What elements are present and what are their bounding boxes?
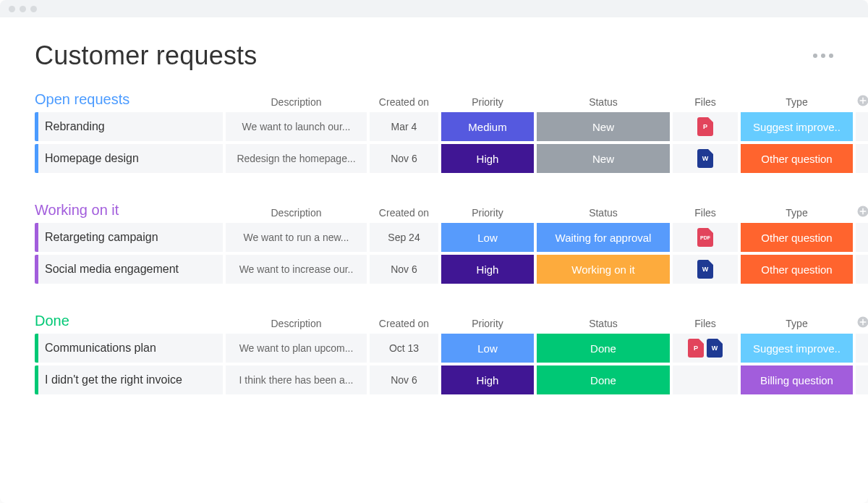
row-end-cell: [856, 223, 868, 252]
created-on-cell[interactable]: Nov 6: [370, 144, 438, 173]
plus-icon: [856, 205, 868, 218]
item-name-cell[interactable]: Retargeting campaign: [35, 223, 223, 252]
traffic-light-dot: [30, 6, 37, 12]
board-content: Customer requests Open requestsDescripti…: [0, 17, 868, 441]
app-window: Customer requests Open requestsDescripti…: [0, 0, 868, 503]
window-titlebar: [0, 0, 868, 17]
pdf-file-icon[interactable]: PDF: [697, 228, 713, 247]
files-cell[interactable]: PW: [673, 334, 738, 363]
traffic-light-dot: [9, 6, 15, 12]
group: DoneDescriptionCreated onPriorityStatusF…: [35, 313, 833, 394]
description-cell[interactable]: I think there has been a...: [226, 365, 367, 394]
group-title[interactable]: Done: [35, 313, 223, 329]
row-end-cell: [856, 334, 868, 363]
description-cell[interactable]: We want to launch our...: [226, 112, 367, 141]
plus-icon: [856, 316, 868, 329]
created-on-cell[interactable]: Sep 24: [370, 223, 438, 252]
column-header-status[interactable]: Status: [537, 96, 670, 108]
group: Open requestsDescriptionCreated onPriori…: [35, 91, 833, 173]
group-title[interactable]: Working on it: [35, 202, 223, 219]
priority-cell[interactable]: High: [441, 365, 534, 394]
column-header-status[interactable]: Status: [537, 318, 670, 329]
files-cell[interactable]: P: [673, 112, 738, 141]
created-on-cell[interactable]: Nov 6: [370, 255, 438, 284]
item-name-cell[interactable]: Rebranding: [35, 112, 223, 141]
status-cell[interactable]: Done: [537, 334, 670, 363]
table-row[interactable]: Social media engagementWe want to increa…: [35, 255, 833, 284]
column-header-type[interactable]: Type: [741, 207, 853, 219]
row-end-cell: [856, 144, 868, 173]
files-cell[interactable]: W: [673, 144, 738, 173]
column-header-description[interactable]: Description: [226, 318, 367, 329]
description-cell[interactable]: We want to plan upcom...: [226, 334, 367, 363]
column-header-description[interactable]: Description: [226, 96, 367, 108]
row-end-cell: [856, 255, 868, 284]
column-header-files[interactable]: Files: [673, 207, 738, 219]
row-end-cell: [856, 112, 868, 141]
priority-cell[interactable]: Medium: [441, 112, 534, 141]
status-cell[interactable]: Done: [537, 365, 670, 394]
created-on-cell[interactable]: Nov 6: [370, 365, 438, 394]
status-cell[interactable]: New: [537, 112, 670, 141]
created-on-cell[interactable]: Mar 4: [370, 112, 438, 141]
type-cell[interactable]: Suggest improve..: [741, 334, 853, 363]
p-file-icon[interactable]: P: [688, 339, 704, 358]
status-cell[interactable]: Waiting for approval: [537, 223, 670, 252]
column-header-priority[interactable]: Priority: [441, 96, 534, 108]
type-cell[interactable]: Other question: [741, 255, 853, 284]
group-header: DoneDescriptionCreated onPriorityStatusF…: [35, 313, 833, 329]
status-cell[interactable]: New: [537, 144, 670, 173]
page-title: Customer requests: [35, 41, 258, 71]
files-cell[interactable]: [673, 365, 738, 394]
priority-cell[interactable]: Low: [441, 223, 534, 252]
table-row[interactable]: RebrandingWe want to launch our...Mar 4M…: [35, 112, 833, 141]
column-header-description[interactable]: Description: [226, 207, 367, 219]
column-header-created[interactable]: Created on: [370, 207, 438, 219]
priority-cell[interactable]: High: [441, 144, 534, 173]
plus-icon: [856, 94, 868, 107]
group-title[interactable]: Open requests: [35, 91, 223, 108]
add-column-button[interactable]: [856, 204, 868, 219]
w-file-icon[interactable]: W: [707, 339, 723, 358]
table-row[interactable]: Retargeting campaignWe want to run a new…: [35, 223, 833, 252]
item-name-cell[interactable]: Communications plan: [35, 334, 223, 363]
item-name-cell[interactable]: Social media engagement: [35, 255, 223, 284]
files-cell[interactable]: PDF: [673, 223, 738, 252]
column-header-files[interactable]: Files: [673, 96, 738, 108]
column-header-priority[interactable]: Priority: [441, 318, 534, 329]
type-cell[interactable]: Billing question: [741, 365, 853, 394]
item-name-cell[interactable]: I didn't get the right invoice: [35, 365, 223, 394]
more-menu-button[interactable]: [813, 54, 833, 58]
table-row[interactable]: Homepage designRedesign the homepage...N…: [35, 144, 833, 173]
column-header-status[interactable]: Status: [537, 207, 670, 219]
add-column-button[interactable]: [856, 93, 868, 108]
description-cell[interactable]: We want to run a new...: [226, 223, 367, 252]
p-file-icon[interactable]: P: [697, 117, 713, 136]
group-header: Working on itDescriptionCreated onPriori…: [35, 202, 833, 219]
group-header: Open requestsDescriptionCreated onPriori…: [35, 91, 833, 108]
page-header: Customer requests: [35, 41, 833, 71]
column-header-created[interactable]: Created on: [370, 318, 438, 329]
column-header-created[interactable]: Created on: [370, 96, 438, 108]
traffic-light-dot: [20, 6, 26, 12]
w-file-icon[interactable]: W: [697, 260, 713, 279]
column-header-type[interactable]: Type: [741, 318, 853, 329]
files-cell[interactable]: W: [673, 255, 738, 284]
description-cell[interactable]: Redesign the homepage...: [226, 144, 367, 173]
add-column-button[interactable]: [856, 315, 868, 329]
description-cell[interactable]: We want to increase our..: [226, 255, 367, 284]
status-cell[interactable]: Working on it: [537, 255, 670, 284]
w-file-icon[interactable]: W: [697, 149, 713, 168]
type-cell[interactable]: Other question: [741, 144, 853, 173]
column-header-type[interactable]: Type: [741, 96, 853, 108]
type-cell[interactable]: Other question: [741, 223, 853, 252]
priority-cell[interactable]: High: [441, 255, 534, 284]
table-row[interactable]: I didn't get the right invoiceI think th…: [35, 365, 833, 394]
priority-cell[interactable]: Low: [441, 334, 534, 363]
item-name-cell[interactable]: Homepage design: [35, 144, 223, 173]
type-cell[interactable]: Suggest improve..: [741, 112, 853, 141]
created-on-cell[interactable]: Oct 13: [370, 334, 438, 363]
table-row[interactable]: Communications planWe want to plan upcom…: [35, 334, 833, 363]
column-header-priority[interactable]: Priority: [441, 207, 534, 219]
column-header-files[interactable]: Files: [673, 318, 738, 329]
